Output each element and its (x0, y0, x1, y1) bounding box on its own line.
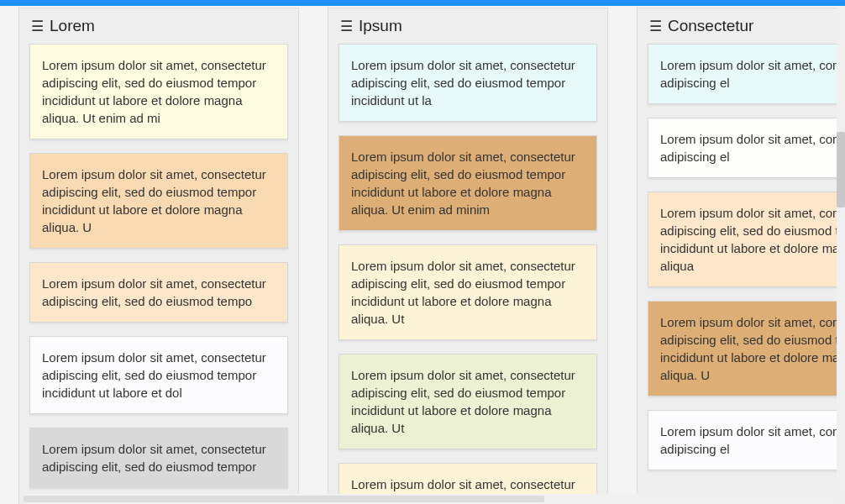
column-header[interactable]: ☰ Consectetur (638, 8, 845, 44)
board-viewport[interactable]: ☰ Lorem Lorem ipsum dolor sit amet, cons… (0, 6, 845, 504)
cards-container: Lorem ipsum dolor sit amet, consectetur … (638, 44, 845, 504)
horizontal-scrollbar-thumb[interactable] (24, 496, 544, 502)
column-consectetur: ☰ Consectetur Lorem ipsum dolor sit amet… (637, 8, 845, 504)
column-title: Ipsum (359, 17, 402, 35)
card[interactable]: Lorem ipsum dolor sit amet, consectetur … (29, 262, 288, 323)
kanban-board: ☰ Lorem Lorem ipsum dolor sit amet, cons… (0, 6, 845, 504)
horizontal-scrollbar-track[interactable] (24, 494, 837, 504)
drag-handle-icon[interactable]: ☰ (340, 19, 353, 34)
column-lorem: ☰ Lorem Lorem ipsum dolor sit amet, cons… (18, 8, 299, 504)
card[interactable]: Lorem ipsum dolor sit amet, consectetur … (648, 44, 845, 104)
card[interactable]: Lorem ipsum dolor sit amet, consectetur … (648, 118, 845, 178)
card[interactable]: Lorem ipsum dolor sit amet, consectetur … (29, 428, 288, 488)
vertical-scrollbar-track[interactable] (837, 6, 845, 494)
vertical-scrollbar-thumb[interactable] (837, 132, 845, 207)
card[interactable]: Lorem ipsum dolor sit amet, consectetur … (339, 354, 597, 449)
drag-handle-icon[interactable]: ☰ (31, 19, 44, 34)
column-title: Lorem (50, 17, 95, 35)
accent-top-bar (0, 0, 845, 6)
column-title: Consectetur (668, 17, 753, 35)
card[interactable]: Lorem ipsum dolor sit amet, consectetur … (29, 336, 288, 414)
card[interactable]: Lorem ipsum dolor sit amet, consectetur … (29, 153, 288, 249)
card[interactable]: Lorem ipsum dolor sit amet, consectetur … (339, 244, 597, 340)
cards-container: Lorem ipsum dolor sit amet, consectetur … (19, 44, 298, 504)
card[interactable]: Lorem ipsum dolor sit amet, consectetur … (339, 44, 597, 122)
card[interactable]: Lorem ipsum dolor sit amet, consectetur … (648, 301, 845, 396)
column-ipsum: ☰ Ipsum Lorem ipsum dolor sit amet, cons… (328, 8, 608, 504)
column-header[interactable]: ☰ Lorem (19, 8, 298, 44)
card[interactable]: Lorem ipsum dolor sit amet, consectetur … (648, 192, 845, 287)
drag-handle-icon[interactable]: ☰ (649, 19, 662, 34)
card[interactable]: Lorem ipsum dolor sit amet, consectetur … (648, 410, 845, 470)
card[interactable]: Lorem ipsum dolor sit amet, consectetur … (339, 135, 597, 231)
column-header[interactable]: ☰ Ipsum (328, 8, 607, 44)
cards-container: Lorem ipsum dolor sit amet, consectetur … (328, 44, 607, 504)
card[interactable]: Lorem ipsum dolor sit amet, consectetur … (29, 44, 288, 139)
